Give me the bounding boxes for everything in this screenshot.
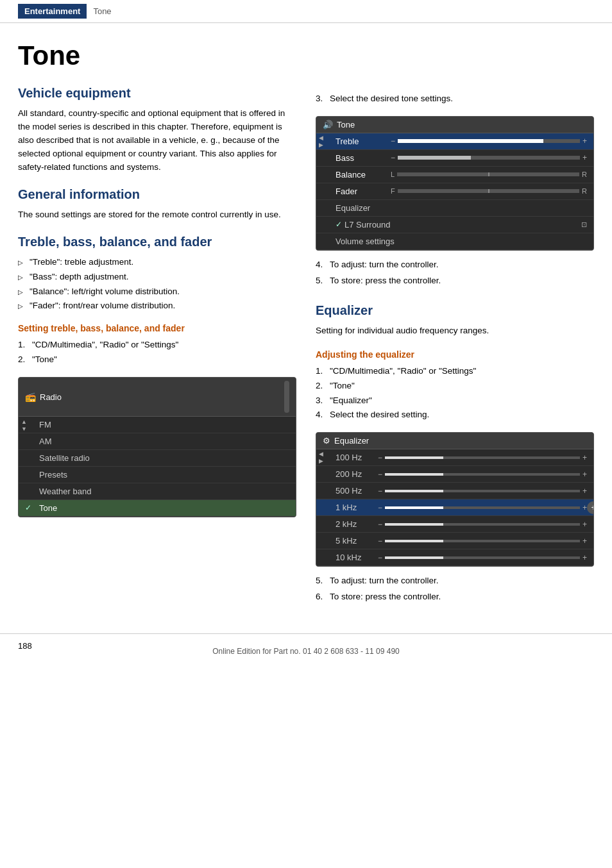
eq-2khz-label: 2 kHz	[336, 519, 374, 529]
tone-row-balance: Balance L R	[316, 167, 593, 183]
minus-icon: −	[378, 553, 382, 562]
setting-treble-bass-heading: Setting treble, bass, balance, and fader	[18, 323, 296, 333]
vehicle-equipment-heading: Vehicle equipment	[18, 86, 296, 101]
minus-icon: −	[378, 453, 382, 462]
minus-icon: −	[378, 487, 382, 496]
list-item: 2. "Tone"	[316, 380, 594, 393]
eq-500hz-fill	[385, 490, 443, 492]
treble-bar-fill	[398, 139, 543, 143]
footer: 188 Online Edition for Part no. 01 40 2 …	[0, 633, 612, 661]
eq-1khz-bar	[385, 506, 580, 509]
minus-icon: −	[391, 153, 395, 162]
eq-2khz-bar	[385, 523, 580, 526]
eq-200hz-fill	[385, 473, 443, 476]
section-vehicle-equipment: Vehicle equipment All standard, country-…	[18, 86, 296, 174]
tone-row-volume: Volume settings	[316, 233, 593, 250]
list-item: "Bass": depth adjustment.	[18, 271, 296, 284]
breadcrumb-tone: Tone	[87, 4, 117, 19]
eq-1khz-label: 1 kHz	[336, 503, 374, 512]
list-item: "Fader": front/rear volume distribution.	[18, 299, 296, 313]
nav-arrows-eq: ◀ ▶	[319, 451, 323, 464]
radio-item-fm: ▲ ▼ FM	[19, 417, 296, 433]
eq-500hz-slider: − +	[378, 487, 587, 496]
nav-arrows: ▲ ▼	[21, 418, 27, 431]
check-icon: ✓	[336, 220, 342, 229]
eq-200hz-bar	[385, 473, 580, 476]
bass-bar-fill	[398, 156, 471, 160]
list-item: 4. To adjust: turn the controller.	[316, 258, 594, 272]
eq-right-button[interactable]: +	[587, 501, 594, 514]
scroll-bar	[284, 381, 289, 413]
eq-1khz-fill	[385, 506, 443, 509]
fader-slider: F R	[391, 187, 587, 195]
eq-5khz-bar	[385, 540, 580, 542]
eq-row-200hz: 200 Hz − +	[316, 466, 593, 483]
list-item: 5. To adjust: turn the controller.	[316, 574, 594, 588]
eq-10khz-bar	[385, 556, 580, 559]
page-number: 188	[18, 641, 32, 651]
footer-content: 188 Online Edition for Part no. 01 40 2 …	[0, 642, 612, 661]
tone-row-bass: Bass − +	[316, 150, 593, 167]
eq-5khz-fill	[385, 540, 443, 542]
list-item: 3. "Equalizer"	[316, 394, 594, 408]
plus-icon: +	[582, 520, 587, 529]
general-information-heading: General information	[18, 187, 296, 202]
list-item: 1. "CD/Multimedia", "Radio" or "Settings…	[316, 365, 594, 378]
treble-label: Treble	[336, 137, 387, 146]
eq-10khz-label: 10 kHz	[336, 553, 374, 562]
bass-label: Bass	[336, 153, 387, 163]
eq-5khz-slider: − +	[378, 537, 587, 546]
minus-icon: −	[391, 137, 395, 146]
fader-bar	[398, 189, 579, 193]
vehicle-equipment-body: All standard, country-specific and optio…	[18, 107, 296, 174]
minus-icon: −	[378, 520, 382, 529]
tone-icon: 🔊	[323, 120, 333, 129]
list-item: 1. "CD/Multimedia", "Radio" or "Settings…	[18, 338, 296, 352]
plus-icon: +	[582, 137, 587, 146]
eq-rows-container: ◀ ▶ 100 Hz − +	[316, 449, 593, 566]
balance-center	[488, 172, 489, 176]
tone-mockup-header: 🔊 Tone	[316, 117, 593, 133]
setting-steps-list: 1. "CD/Multimedia", "Radio" or "Settings…	[18, 338, 296, 367]
tone-mockup: 🔊 Tone ◀ ▶ Treble − +	[316, 116, 594, 251]
nav-arrows-treble: ◀ ▶	[319, 135, 323, 148]
radio-title: Radio	[40, 392, 62, 402]
list-item: 3. Select the desired tone settings.	[316, 92, 594, 106]
eq-10khz-slider: − +	[378, 553, 587, 562]
fader-label: Fader	[336, 187, 387, 196]
eq-steps-5-6: 5. To adjust: turn the controller. 6. To…	[316, 574, 594, 604]
treble-bass-heading: Treble, bass, balance, and fader	[18, 235, 296, 249]
r-label: R	[582, 171, 587, 178]
eq-row-1khz: 1 kHz − + +	[316, 499, 593, 516]
tone-mockup-title: Tone	[337, 120, 355, 129]
surround-icon: ⊡	[581, 221, 587, 229]
minus-icon: −	[378, 537, 382, 546]
main-content: Tone Vehicle equipment All standard, cou…	[0, 23, 612, 614]
eq-icon: ⚙	[323, 436, 330, 446]
adjusting-eq-heading: Adjusting the equalizer	[316, 349, 594, 360]
eq-500hz-label: 500 Hz	[336, 486, 374, 496]
breadcrumb-entertainment: Entertainment	[18, 4, 87, 19]
tone-row-surround: ✓ L7 Surround ⊡	[316, 217, 593, 233]
radio-item-weather: Weather band	[19, 483, 296, 500]
step3-label-wrap: 3. Select the desired tone settings.	[316, 92, 594, 106]
plus-icon: +	[582, 503, 587, 512]
balance-label: Balance	[336, 170, 387, 179]
right-column: 3. Select the desired tone settings. 🔊 T…	[316, 41, 594, 614]
list-item: "Balance": left/right volume distributio…	[18, 285, 296, 299]
minus-icon: −	[378, 470, 382, 479]
eq-row-100hz: ◀ ▶ 100 Hz − +	[316, 449, 593, 466]
list-item: 5. To store: press the controller.	[316, 274, 594, 288]
eq-row-10khz: 10 kHz − +	[316, 549, 593, 566]
eq-10khz-fill	[385, 556, 443, 559]
radio-item-am: AM	[19, 433, 296, 450]
plus-icon: +	[582, 470, 587, 479]
footer-text: Online Edition for Part no. 01 40 2 608 …	[212, 647, 400, 656]
treble-bass-bullet-list: "Treble": treble adjustment. "Bass": dep…	[18, 256, 296, 313]
tone-row-fader: Fader F R	[316, 183, 593, 200]
section-treble-bass: Treble, bass, balance, and fader "Treble…	[18, 235, 296, 518]
l-label: L	[391, 171, 395, 178]
eq-200hz-label: 200 Hz	[336, 469, 374, 479]
bass-bar	[398, 156, 580, 160]
fader-center	[488, 189, 489, 193]
